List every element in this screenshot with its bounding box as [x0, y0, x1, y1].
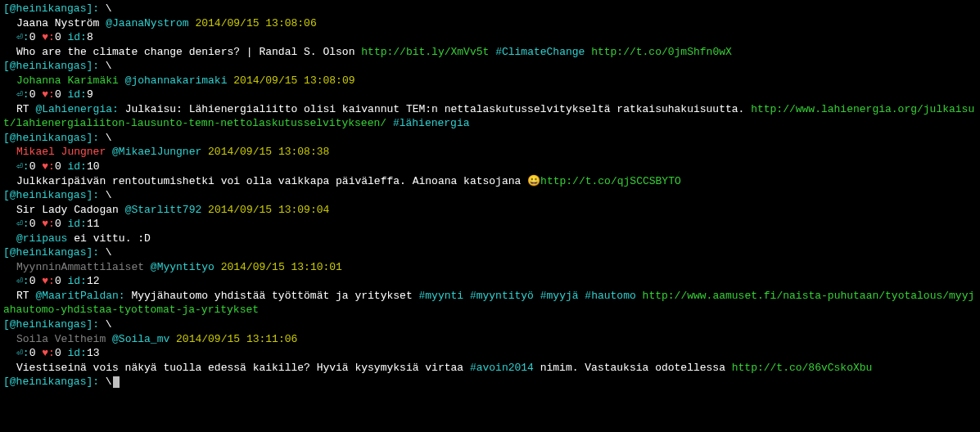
- bracket: [: [3, 376, 10, 388]
- timestamp: 2014/09/15 13:10:01: [221, 261, 342, 273]
- id-label: id:: [68, 31, 87, 43]
- hashtag[interactable]: #myyjä: [540, 290, 579, 302]
- hashtag[interactable]: #avoin2014: [470, 362, 534, 374]
- prompt-line[interactable]: [@heinikangas]: \: [3, 2, 977, 16]
- retweet-icon: ⏎:: [16, 31, 29, 43]
- body-text: Myyjähautomo yhdistää työttömät ja yrity…: [125, 290, 419, 302]
- hashtag[interactable]: #lähienergia: [393, 117, 470, 129]
- bracket: [: [3, 2, 10, 15]
- bracket: [: [3, 189, 10, 201]
- rt-prefix: RT: [16, 103, 35, 115]
- mention[interactable]: @riipaus: [16, 232, 67, 245]
- prompt-line[interactable]: [@heinikangas]: \: [3, 188, 977, 203]
- bracket: ]:: [86, 2, 105, 15]
- bracket: ]:: [86, 132, 105, 144]
- prompt-user: @heinikangas: [10, 2, 87, 15]
- prompt-user: @heinikangas: [10, 60, 87, 72]
- meta-line: ⏎:0 ♥:0 id:12: [3, 274, 977, 289]
- bracket: [: [3, 246, 10, 259]
- author-name: Mikael Jungner: [16, 146, 106, 158]
- meta-line: ⏎:0 ♥:0 id:11: [3, 217, 977, 232]
- prompt-line[interactable]: [@heinikangas]: \: [3, 375, 977, 389]
- heart-icon: ♥:: [42, 160, 55, 173]
- author-line: Jaana Nyström @JaanaNystrom 2014/09/15 1…: [3, 16, 977, 31]
- hashtag[interactable]: #ClimateChange: [495, 46, 585, 58]
- tweet-id: 13: [87, 347, 100, 359]
- bracket: ]:: [86, 318, 105, 331]
- author-handle[interactable]: @johannakarimaki: [125, 74, 228, 87]
- retweet-icon: ⏎:: [16, 160, 29, 173]
- hashtag[interactable]: #myyntityö: [470, 290, 534, 302]
- rt-prefix: RT: [16, 290, 35, 302]
- id-label: id:: [68, 347, 87, 359]
- tweet-body: Viestiseinä vois näkyä tuolla edessä kai…: [3, 361, 977, 376]
- heart-icon: ♥:: [42, 218, 55, 230]
- author-line: Soila Veltheim @Soila_mv 2014/09/15 13:1…: [3, 332, 977, 347]
- author-handle[interactable]: @MikaelJungner: [112, 146, 201, 158]
- author-line: MyynninAmmattilaiset @Myyntityo 2014/09/…: [3, 260, 977, 275]
- tweet-body: Julkkaripäivän rentoutumishetki voi olla…: [3, 174, 977, 189]
- mention[interactable]: @MaaritPaldan:: [35, 290, 124, 302]
- tweet-id: 8: [87, 31, 93, 43]
- fav-count: 0: [55, 88, 61, 101]
- heart-icon: ♥:: [42, 31, 55, 43]
- terminal-output: [@heinikangas]: \Jaana Nyström @JaanaNys…: [0, 0, 980, 391]
- timestamp: 2014/09/15 13:08:06: [195, 17, 316, 29]
- prompt-continuation: \: [106, 2, 112, 15]
- bracket: ]:: [86, 60, 105, 72]
- author-name: Sir Lady Cadogan: [16, 204, 119, 216]
- prompt-user: @heinikangas: [10, 189, 87, 201]
- link[interactable]: http://t.co/0jmShfn0wX: [591, 46, 732, 58]
- author-handle[interactable]: @JaanaNystrom: [106, 17, 188, 29]
- meta-line: ⏎:0 ♥:0 id:8: [3, 30, 977, 45]
- prompt-continuation: \: [106, 318, 112, 331]
- timestamp: 2014/09/15 13:09:04: [208, 204, 329, 216]
- bracket: [: [3, 318, 10, 331]
- prompt-user: @heinikangas: [10, 376, 87, 388]
- fav-count: 0: [55, 275, 61, 287]
- timestamp: 2014/09/15 13:08:09: [233, 74, 355, 87]
- bracket: ]:: [86, 376, 105, 388]
- heart-icon: ♥:: [42, 88, 55, 101]
- body-text: [489, 46, 495, 58]
- prompt-user: @heinikangas: [10, 132, 87, 144]
- tweet-body: RT @MaaritPaldan: Myyjähautomo yhdistää …: [3, 289, 977, 317]
- tweet-body: @riipaus ei vittu. :D: [3, 232, 977, 246]
- body-text: nimim. Vastauksia odotellessa: [534, 362, 732, 374]
- prompt-continuation: \: [106, 376, 112, 388]
- retweet-icon: ⏎:: [16, 347, 29, 359]
- author-line: Sir Lady Cadogan @Starlitt792 2014/09/15…: [3, 203, 977, 218]
- author-handle[interactable]: @Starlitt792: [125, 204, 202, 216]
- id-label: id:: [68, 160, 87, 173]
- tweet-body: Who are the climate change deniers? | Ra…: [3, 45, 977, 60]
- prompt-line[interactable]: [@heinikangas]: \: [3, 317, 977, 332]
- link[interactable]: http://t.co/86vCskoXbu: [732, 362, 873, 374]
- bracket: [: [3, 60, 10, 72]
- fav-count: 0: [55, 218, 61, 230]
- hashtag[interactable]: #myynti: [418, 290, 463, 302]
- body-text: Viestiseinä vois näkyä tuolla edessä kai…: [16, 362, 470, 374]
- heart-icon: ♥:: [42, 275, 55, 287]
- hashtag[interactable]: #hautomo: [585, 290, 635, 302]
- link[interactable]: http://bit.ly/XmVv5t: [361, 46, 489, 58]
- id-label: id:: [68, 88, 87, 101]
- timestamp: 2014/09/15 13:08:38: [208, 146, 329, 158]
- heart-icon: ♥:: [42, 347, 55, 359]
- prompt-line[interactable]: [@heinikangas]: \: [3, 59, 977, 74]
- tweet-body: RT @Lahienergia: Julkaisu: Lähienergiali…: [3, 102, 977, 131]
- prompt-line[interactable]: [@heinikangas]: \: [3, 245, 977, 260]
- tweet-id: 12: [87, 275, 100, 287]
- author-handle[interactable]: @Myyntityo: [151, 261, 215, 273]
- author-name: MyynninAmmattilaiset: [16, 261, 144, 273]
- prompt-user: @heinikangas: [10, 246, 87, 259]
- author-handle[interactable]: @Soila_mv: [112, 333, 169, 345]
- mention[interactable]: @Lahienergia:: [35, 103, 118, 115]
- prompt-continuation: \: [106, 132, 112, 144]
- bracket: ]:: [86, 189, 105, 201]
- body-text: Julkkaripäivän rentoutumishetki voi olla…: [16, 175, 540, 187]
- retweet-icon: ⏎:: [16, 218, 29, 230]
- body-text: ei vittu. :D: [67, 232, 150, 245]
- id-label: id:: [68, 218, 87, 230]
- prompt-line[interactable]: [@heinikangas]: \: [3, 131, 977, 146]
- link[interactable]: http://t.co/qjSCCSBYTO: [540, 175, 681, 187]
